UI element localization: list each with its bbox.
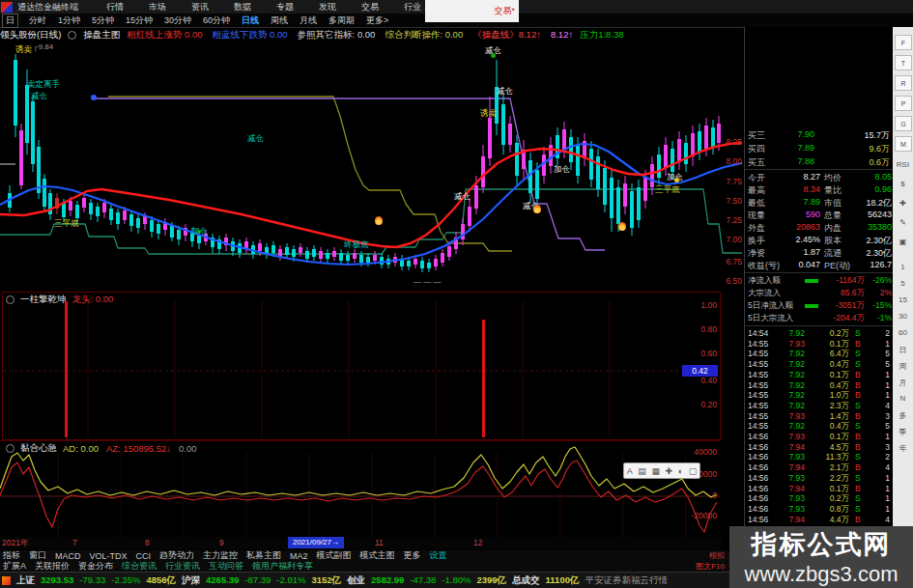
pressure-label: 压力1:8.38 <box>580 29 623 42</box>
strip-period-30[interactable]: 30 <box>893 312 913 321</box>
info-value: 8.27 <box>774 172 820 182</box>
strip-icon-F[interactable]: F <box>895 35 912 50</box>
strip-icon-M[interactable]: M <box>895 136 912 152</box>
tick-price: 7.94 <box>776 442 805 452</box>
period-item[interactable]: 分时 <box>23 14 52 27</box>
tick-direction: S <box>855 493 861 503</box>
panel3-name[interactable]: 黏合心急 <box>20 442 57 455</box>
mini-toolbar-icon[interactable]: ◐ <box>678 466 683 476</box>
menu-item-行情[interactable]: 行情 <box>94 1 136 14</box>
separator <box>745 325 894 326</box>
strip-tool-▣[interactable]: ▣ <box>893 238 913 246</box>
indicator-tab-MA2[interactable]: MA2 <box>290 551 308 561</box>
tick-direction: S <box>855 328 861 338</box>
period-item[interactable]: 60分钟 <box>197 14 236 27</box>
date-axis-selected[interactable]: 2021/09/27→ <box>288 537 344 548</box>
info-row: 最低7.89市值18.2亿 <box>745 197 894 210</box>
floating-mini-toolbar[interactable]: A▤▦✚◐▢ <box>623 462 700 479</box>
strip-icon-R[interactable]: R <box>895 75 912 91</box>
strip-period-15[interactable]: 15 <box>893 295 913 304</box>
period-item[interactable]: 更多> <box>360 14 394 27</box>
status-text: 2399亿 <box>476 574 506 587</box>
flow-row: 5日净流入额-3051万-15% <box>745 300 894 313</box>
strip-period-周[interactable]: 周 <box>893 361 913 372</box>
strip-tool-$[interactable]: $ <box>893 180 913 188</box>
bid-row: 买四7.899.6万 <box>745 142 894 155</box>
strip-icon-P[interactable]: P <box>895 96 912 111</box>
panel3-menu-icon[interactable] <box>6 444 14 453</box>
tick-direction: B <box>855 411 861 421</box>
strip-period-日[interactable]: 日 <box>893 345 913 355</box>
strip-period-1[interactable]: 1 <box>893 263 913 271</box>
period-box-day[interactable]: 日 <box>2 14 18 28</box>
status-text: 4265.39 <box>206 574 239 587</box>
status-bar-icon[interactable] <box>2 576 11 585</box>
panel2-menu-icon[interactable] <box>6 295 14 304</box>
menu-item-发现[interactable]: 发现 <box>306 1 349 14</box>
strip-period-年[interactable]: 年 <box>893 443 913 454</box>
mini-toolbar-icon[interactable]: A <box>627 466 633 476</box>
main-chart[interactable] <box>0 42 744 290</box>
info-label: 股本 <box>824 235 842 247</box>
info-row: 收益(亏)0.047PE(动)126.7 <box>745 260 894 272</box>
menu-item-交易[interactable]: 交易 <box>349 1 391 14</box>
indicator-menu-icon[interactable] <box>68 31 76 40</box>
period-item[interactable]: 日线 <box>236 14 265 27</box>
info-label: 净资 <box>748 247 765 260</box>
menu-item-专题[interactable]: 专题 <box>264 1 306 14</box>
tick-price: 7.92 <box>776 370 805 379</box>
mini-toolbar-icon[interactable]: ▢ <box>689 466 698 476</box>
tick-time: 14:55 <box>748 401 768 410</box>
strip-tool-✎[interactable]: ✎ <box>893 218 913 227</box>
period-item[interactable]: 周线 <box>265 14 294 27</box>
corner-link-1[interactable]: 模拟 <box>667 550 725 561</box>
indicator-tab-CCI[interactable]: CCI <box>136 551 152 561</box>
strip-icon-G[interactable]: G <box>895 116 912 131</box>
trade-overlay-window[interactable]: 交易* <box>425 0 519 22</box>
strip-period-季[interactable]: 季 <box>893 427 913 437</box>
strip-period-5[interactable]: 5 <box>893 279 913 288</box>
menu-item-资讯[interactable]: 资讯 <box>179 1 221 14</box>
period-item[interactable]: 5分钟 <box>86 14 120 27</box>
tick-time: 14:56 <box>748 504 768 514</box>
mini-toolbar-icon[interactable]: ▤ <box>638 466 646 476</box>
divider-handle[interactable]: — — — <box>414 277 441 286</box>
indicator-tab-VOL-TDX[interactable]: VOL-TDX <box>90 551 128 561</box>
app-logo-icon <box>1 2 13 13</box>
period-item[interactable]: 月线 <box>294 14 323 27</box>
mini-toolbar-icon[interactable]: ✚ <box>666 466 673 476</box>
tick-row: 14:567.932.2万S1 <box>745 473 894 484</box>
menu-item-数据[interactable]: 数据 <box>221 1 264 14</box>
strip-period-N[interactable]: N <box>893 394 913 403</box>
period-item[interactable]: 15分钟 <box>120 14 158 27</box>
panel2-name[interactable]: 一柱擎乾坤 <box>20 294 67 306</box>
tdx-terminal: 通达信金融终端 行情市场资讯数据专题发现交易行业热点L1L2 日 分时1分钟5分… <box>0 0 913 588</box>
strip-period-多[interactable]: 多 <box>893 410 913 421</box>
mini-toolbar-icon[interactable]: ▦ <box>651 466 660 476</box>
strip-period-60[interactable]: 60 <box>893 328 913 337</box>
status-text: 2582.99 <box>371 574 404 587</box>
tick-price: 7.92 <box>776 401 805 410</box>
tick-direction: B <box>855 484 861 493</box>
indicator-panel-2[interactable] <box>2 292 721 440</box>
tick-price: 7.92 <box>776 380 805 390</box>
menu-item-市场[interactable]: 市场 <box>136 1 179 14</box>
strip-period-月[interactable]: 月 <box>893 378 913 388</box>
corner-link-2[interactable]: 图文F10 <box>667 561 725 572</box>
tick-price: 7.94 <box>776 484 805 493</box>
strip-tool-RSI[interactable]: RSI <box>893 160 913 169</box>
tick-time: 14:55 <box>748 359 768 369</box>
period-item[interactable]: 30分钟 <box>158 14 197 27</box>
strip-icon-T[interactable]: T <box>895 55 912 70</box>
info-label: 最低 <box>748 197 765 210</box>
indicator-tab-MACD[interactable]: MACD <box>55 551 81 561</box>
strip-tool-✚[interactable]: ✚ <box>893 199 913 208</box>
period-item[interactable]: 1分钟 <box>52 14 86 27</box>
indicator-panel-3[interactable] <box>0 440 721 538</box>
flow-bar-icon <box>805 304 818 308</box>
flow-value: -204.4万 <box>820 313 865 324</box>
indicator-name[interactable]: 操盘主图 <box>83 29 120 42</box>
period-item[interactable]: 多周期 <box>323 14 360 27</box>
tick-direction: B <box>855 370 861 379</box>
price-axis-label: 7.00 <box>719 235 742 244</box>
